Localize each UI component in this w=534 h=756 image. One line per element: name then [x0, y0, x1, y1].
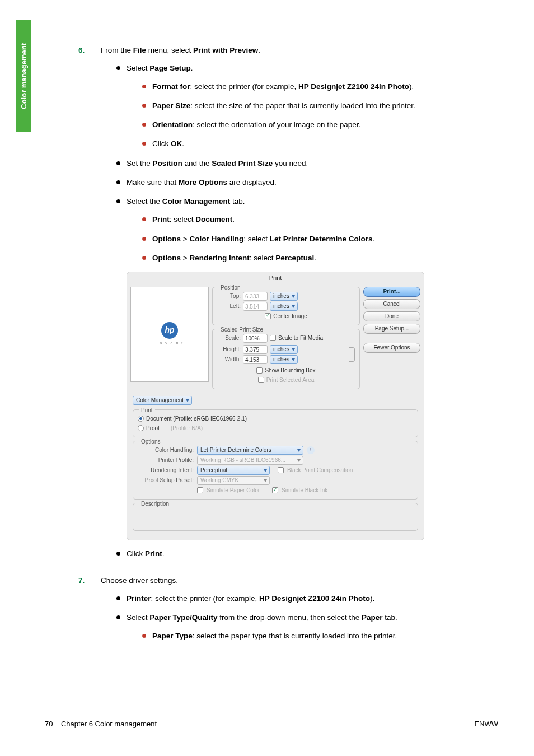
text: tab. [383, 613, 397, 622]
text: . [162, 549, 165, 558]
text-bold: Paper Type [152, 632, 193, 640]
text: . [372, 235, 374, 243]
text-bold: Options [152, 235, 181, 243]
sim-paper-checkbox[interactable] [197, 487, 203, 493]
text-bold: File [133, 46, 146, 54]
bullet-page-setup: Select Page Setup. Format for: select th… [116, 63, 504, 150]
preview-area: hp i n v e n t [130, 287, 209, 382]
text-bold: Let Printer Determine Colors [270, 235, 373, 243]
text: . [314, 254, 316, 262]
side-tab-label: Color management [20, 43, 28, 109]
left-input[interactable]: 3.514 [243, 302, 268, 311]
text: Set the [127, 159, 153, 167]
height-unit-select[interactable]: inches [270, 345, 298, 354]
text-bold: Color Management [162, 197, 231, 206]
options-group: Options Color Handling: Let Printer Dete… [133, 441, 418, 500]
text: are displayed. [227, 178, 277, 186]
text: menu, select [146, 46, 193, 54]
rendering-intent-select[interactable]: Perceptual [197, 466, 270, 475]
text: From the [101, 46, 133, 54]
color-handling-select[interactable]: Let Printer Determine Colors [197, 446, 303, 455]
center-image-checkbox[interactable] [265, 313, 271, 319]
sim-black-checkbox[interactable] [272, 487, 278, 493]
width-input[interactable]: 4.153 [243, 355, 268, 364]
text: . [232, 215, 235, 223]
text: . [258, 46, 260, 54]
page-setup-button[interactable]: Page Setup... [363, 324, 420, 334]
text-bold: Printer [127, 594, 151, 603]
sub-color-handling: Options > Color Handling: select Let Pri… [142, 234, 504, 245]
text: > [181, 254, 189, 262]
sub-paper-type: Paper Type: select the paper type that i… [142, 631, 504, 642]
proof-profile-label: (Profile: N/A) [171, 424, 203, 432]
sub-click-ok: Click OK. [142, 138, 504, 150]
scale-input[interactable]: 100% [243, 334, 268, 343]
text-bold: Paper [362, 613, 383, 622]
text-bold: Document [195, 215, 232, 223]
text-bold: Scaled Print Size [212, 159, 273, 167]
text-bold: Perceptual [275, 254, 314, 262]
hp-logo-sub: i n v e n t [156, 340, 184, 347]
printer-profile-select[interactable]: Working RGB - sRGB IEC61966... [197, 456, 303, 465]
text-bold: Orientation [152, 120, 193, 129]
step-7: 7. Choose driver settings. Printer: sele… [78, 575, 504, 650]
width-label: Width: [217, 355, 241, 363]
bullet-color-mgmt: Select the Color Management tab. Print: … [116, 196, 504, 264]
text-bold: Rendering Intent [189, 254, 249, 262]
text: ). [409, 82, 414, 91]
text-bold: Paper Size [152, 101, 190, 110]
text: from the drop-down menu, then select the [218, 613, 362, 622]
cancel-button[interactable]: Cancel [363, 299, 420, 309]
step-7-number: 7. [78, 575, 101, 650]
print-group: Print Document (Profile: sRGB IEC61966-2… [133, 409, 418, 437]
text: Click [152, 139, 171, 148]
height-label: Height: [217, 345, 241, 353]
print-button[interactable]: Print... [363, 287, 420, 297]
hp-logo-icon: hp [161, 322, 178, 339]
print-dialog: Print hp i n v e n t Position Top: [127, 272, 424, 540]
info-icon[interactable]: ! [307, 446, 315, 454]
tab-select[interactable]: Color Management [133, 396, 192, 405]
document-radio-label: Document (Profile: sRGB IEC61966-2.1) [146, 414, 247, 423]
document-radio[interactable] [138, 416, 144, 422]
proof-radio[interactable] [138, 425, 144, 431]
left-unit-select[interactable]: inches [270, 302, 298, 311]
bounding-checkbox[interactable] [256, 367, 263, 374]
text-bold: Position [153, 159, 182, 167]
top-input[interactable]: 6.333 [243, 292, 268, 301]
bullet-more-options: Make sure that More Options are displaye… [116, 177, 504, 188]
done-button[interactable]: Done [363, 311, 420, 321]
text: Click [127, 549, 145, 558]
width-unit-select[interactable]: inches [270, 355, 298, 364]
description-group: Description [133, 503, 418, 531]
proof-setup-select[interactable]: Working CMYK [197, 476, 270, 485]
text: : select [170, 215, 196, 223]
bullet-click-print: Click Print. [116, 548, 504, 559]
scale-fit-checkbox[interactable] [270, 335, 276, 341]
fewer-options-button[interactable]: Fewer Options [363, 343, 420, 353]
text: Select the [127, 197, 162, 206]
text-bold: HP Designjet Z2100 24in Photo [298, 82, 409, 91]
text: Select [127, 64, 149, 72]
scaled-group: Scaled Print Size Scale: 100% Scale to F… [212, 329, 360, 389]
step-6-number: 6. [78, 45, 101, 567]
text-bold: Page Setup [149, 64, 191, 72]
text-bold: Format for [152, 82, 190, 91]
text: : select [250, 254, 276, 262]
height-input[interactable]: 3.375 [243, 345, 268, 354]
text: > [181, 235, 189, 243]
text: Choose driver settings. [101, 576, 178, 585]
bounding-label: Show Bounding Box [265, 366, 315, 375]
selected-area-checkbox[interactable] [258, 377, 264, 383]
description-legend: Description [139, 500, 171, 508]
step-6: 6. From the File menu, select Print with… [78, 45, 504, 567]
print-legend: Print [139, 406, 155, 414]
text: : select the printer (for example, [190, 82, 299, 91]
bullet-position-scaled: Set the Position and the Scaled Print Si… [116, 158, 504, 169]
bpc-checkbox[interactable] [278, 467, 284, 473]
color-handling-label: Color Handling: [138, 446, 194, 454]
constrain-chain-icon[interactable] [349, 347, 355, 362]
top-unit-select[interactable]: inches [270, 292, 298, 301]
text: : select [243, 235, 270, 243]
selected-area-label: Print Selected Area [266, 376, 315, 384]
